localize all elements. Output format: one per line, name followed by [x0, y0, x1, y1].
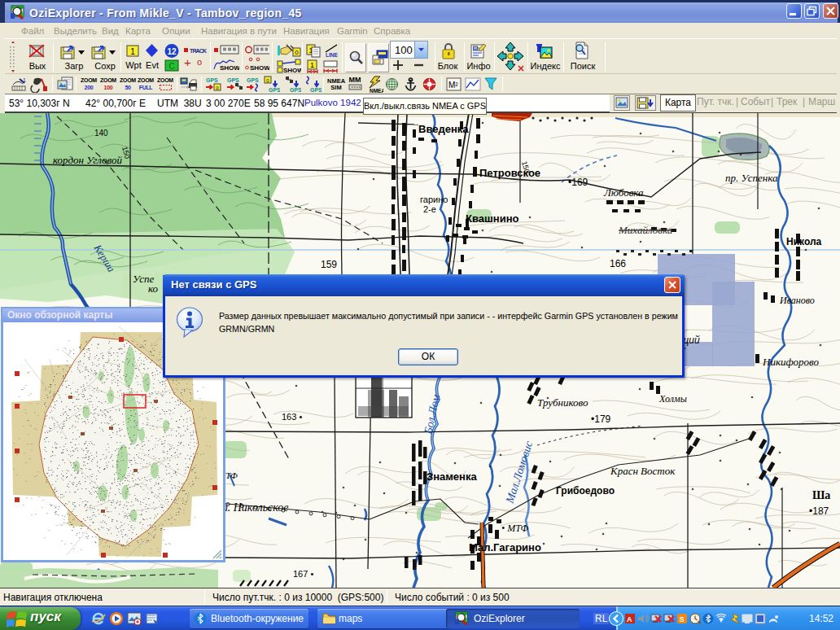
svg-text:LINE: LINE — [326, 52, 338, 58]
svg-text:163 •: 163 • — [282, 412, 302, 422]
svg-text:• МТФ: • МТФ — [501, 523, 529, 534]
svg-text:Никола: Никола — [786, 236, 822, 247]
svg-text:1: 1 — [23, 77, 26, 83]
svg-text:•169: •169 — [568, 177, 588, 188]
svg-text:+: + — [184, 55, 191, 69]
svg-text:Никифорово: Никифорово — [762, 356, 819, 368]
svg-text:Иваново: Иваново — [779, 295, 815, 306]
svg-text:140: 140 — [94, 129, 108, 138]
svg-text:GPS: GPS — [310, 87, 322, 93]
svg-text:o: o — [197, 57, 202, 67]
svg-text:TRACK: TRACK — [190, 48, 207, 54]
svg-text:Грибоедово: Грибоедово — [556, 485, 615, 497]
svg-text:GPS: GPS — [247, 77, 259, 83]
svg-text:12: 12 — [167, 47, 177, 56]
svg-text:ол. Никольское: ол. Никольское — [217, 501, 288, 514]
svg-text:166: 166 — [610, 258, 626, 269]
svg-text:A: A — [627, 615, 632, 623]
svg-text:Холмы: Холмы — [658, 393, 687, 405]
svg-text:Мал.Гагарино: Мал.Гагарино — [469, 541, 541, 553]
svg-text:Квашнино: Квашнино — [466, 212, 519, 225]
svg-text:GPS: GPS — [290, 87, 301, 93]
svg-text:M²: M² — [448, 81, 458, 90]
svg-text:GPS: GPS — [206, 77, 218, 83]
svg-text:•187: •187 — [809, 505, 829, 517]
svg-text:Любовка: Любовка — [603, 186, 644, 199]
svg-text:GPS: GPS — [269, 87, 280, 93]
svg-text:2-е: 2-е — [423, 204, 436, 214]
svg-text:ко: ко — [148, 282, 159, 295]
svg-text:Ша: Ша — [812, 489, 830, 501]
svg-text:Михайловка: Михайловка — [618, 224, 673, 236]
svg-text:Введенка: Введенка — [418, 123, 469, 135]
svg-text:159: 159 — [321, 259, 337, 270]
svg-text:•179: •179 — [591, 413, 611, 425]
svg-text:Трубниково: Трубниково — [537, 396, 588, 409]
svg-text:SHOW: SHOW — [250, 64, 269, 72]
svg-text:C: C — [168, 62, 174, 71]
svg-text:кордон Угловой: кордон Угловой — [53, 154, 122, 166]
svg-text:SHOW: SHOW — [220, 64, 239, 72]
svg-text:NMEA: NMEA — [370, 88, 383, 94]
svg-text:Красн Восток: Красн Восток — [610, 465, 676, 477]
svg-text:S: S — [680, 615, 685, 623]
svg-text:1: 1 — [130, 47, 135, 56]
svg-text:Петровское: Петровское — [479, 167, 540, 179]
svg-text:167 •: 167 • — [293, 569, 313, 579]
svg-text:1: 1 — [310, 61, 314, 69]
svg-text:Знаменка: Знаменка — [427, 470, 477, 483]
svg-text:0: 0 — [295, 49, 299, 56]
svg-text:пр. Успенка: пр. Успенка — [725, 172, 778, 184]
svg-text:гарино: гарино — [420, 195, 448, 204]
svg-text:SHOW: SHOW — [283, 67, 301, 73]
svg-text:GPS: GPS — [227, 77, 239, 83]
